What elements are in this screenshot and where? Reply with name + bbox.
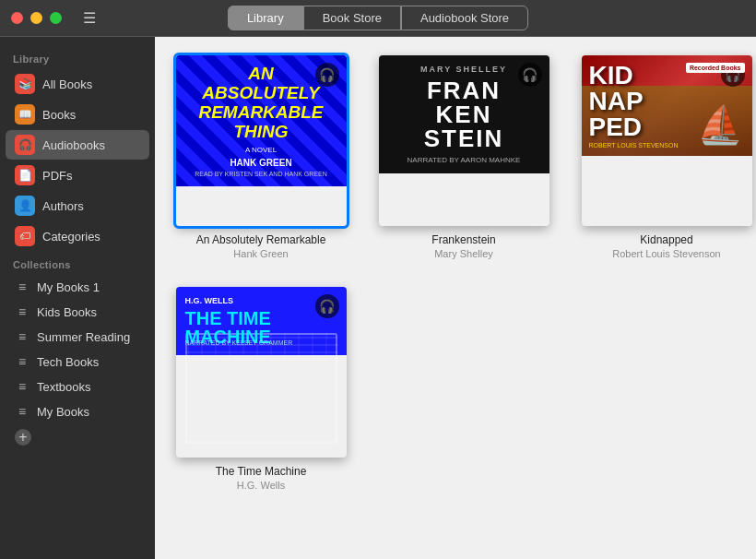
sidebar-label-authors: Authors [42, 199, 84, 213]
sidebar-label-categories: Categories [42, 230, 100, 244]
add-icon: + [15, 429, 31, 446]
cover-remarkable-sub-text: A NOVEL [245, 146, 277, 154]
maximize-button[interactable] [50, 12, 62, 24]
sidebar-label-my-books: My Books [37, 405, 89, 419]
cover-art-kidnapped: Recorded Books KIDNAPPED ROBERT LOUIS ST… [582, 55, 752, 156]
sidebar-item-audiobooks[interactable]: 🎧 Audiobooks [6, 130, 149, 160]
book-cover-wrapper-remarkable: ANABSOLUTELYREMARKABLETHING A NOVEL HANK… [176, 55, 347, 226]
kidnapped-title-text: KIDNAPPED [589, 63, 644, 140]
collections-section-label: Collections [0, 252, 155, 274]
sidebar: Library 📚 All Books 📖 Books 🎧 Audiobooks… [0, 37, 155, 559]
book-cover-wrapper-frankenstein: MARY SHELLEY FRANKENSTEIN NARRATED BY AA… [379, 55, 549, 226]
collection-list-icon: ≡ [15, 329, 30, 344]
hamburger-icon[interactable]: ☰ [83, 9, 96, 27]
close-button[interactable] [11, 12, 23, 24]
cover-remarkable-main-text: ANABSOLUTELYREMARKABLETHING [198, 65, 323, 142]
sidebar-label-audiobooks: Audiobooks [42, 138, 105, 152]
book-item-remarkable[interactable]: ANABSOLUTELYREMARKABLETHING A NOVEL HANK… [173, 55, 348, 259]
kidnapped-ship: ⛵ [697, 103, 743, 147]
frankenstein-title-text: FRANKENSTEIN [424, 78, 504, 150]
sidebar-item-textbooks[interactable]: ≡ Textbooks [6, 375, 149, 398]
audiobooks-icon: 🎧 [15, 135, 35, 155]
timemachine-author-text: H.G. WELLS [185, 296, 234, 305]
book-cover-wrapper-kidnapped: Recorded Books KIDNAPPED ROBERT LOUIS ST… [582, 55, 752, 226]
sidebar-item-my-books[interactable]: ≡ My Books [6, 399, 149, 423]
collection-list-icon: ≡ [15, 354, 30, 369]
sidebar-item-my-books-1[interactable]: ≡ My Books 1 [6, 275, 149, 299]
cover-remarkable-narrator: READ BY KRISTEN SEK AND HANK GREEN [195, 171, 326, 177]
book-author-frankenstein: Mary Shelley [434, 248, 493, 259]
kidnapped-logo: Recorded Books [686, 63, 745, 73]
collection-list-icon: ≡ [15, 304, 30, 319]
sidebar-item-authors[interactable]: 👤 Authors [6, 191, 149, 220]
allbooks-icon: 📚 [15, 74, 35, 94]
content-area: ANABSOLUTELYREMARKABLETHING A NOVEL HANK… [155, 37, 756, 559]
books-icon: 📖 [15, 104, 35, 125]
book-item-frankenstein[interactable]: MARY SHELLEY FRANKENSTEIN NARRATED BY AA… [376, 55, 551, 259]
headphone-badge-remarkable: 🎧 [315, 63, 339, 87]
book-item-kidnapped[interactable]: Recorded Books KIDNAPPED ROBERT LOUIS ST… [579, 55, 754, 259]
cover-art-remarkable: ANABSOLUTELYREMARKABLETHING A NOVEL HANK… [176, 55, 347, 186]
categories-icon: 🏷 [15, 226, 35, 246]
sidebar-label-my-books-1: My Books 1 [37, 280, 100, 294]
sidebar-label-books: Books [42, 108, 76, 122]
kidnapped-author-text: ROBERT LOUIS STEVENSON [589, 142, 679, 149]
tab-audiobookstore[interactable]: Audiobook Store [401, 6, 528, 30]
book-title-kidnapped: Kidnapped [640, 233, 692, 246]
book-cover-wrapper-timemachine: H.G. WELLS THE TIMEMACHINE NARRATED BY K… [176, 287, 347, 458]
timemachine-bg [185, 333, 337, 444]
collection-list-icon: ≡ [15, 404, 30, 419]
library-section-label: Library [0, 46, 155, 68]
sidebar-label-kids-books: Kids Books [37, 305, 97, 319]
main-layout: Library 📚 All Books 📖 Books 🎧 Audiobooks… [0, 37, 756, 559]
sidebar-item-all-books[interactable]: 📚 All Books [6, 69, 149, 99]
book-title-remarkable: An Absolutely Remarkable [196, 233, 326, 246]
sidebar-item-kids-books[interactable]: ≡ Kids Books [6, 300, 149, 324]
title-bar: ☰ Library Book Store Audiobook Store [0, 0, 756, 37]
book-title-timemachine: The Time Machine [216, 465, 307, 478]
sidebar-item-categories[interactable]: 🏷 Categories [6, 221, 149, 251]
sidebar-label-pdfs: PDFs [42, 169, 73, 183]
book-author-remarkable: Hank Green [233, 248, 288, 259]
book-item-timemachine[interactable]: H.G. WELLS THE TIMEMACHINE NARRATED BY K… [173, 287, 348, 491]
sidebar-label-textbooks: Textbooks [37, 380, 91, 394]
pdfs-icon: 📄 [15, 165, 35, 185]
collection-list-icon: ≡ [15, 280, 30, 294]
sidebar-item-pdfs[interactable]: 📄 PDFs [6, 161, 149, 190]
book-author-timemachine: H.G. Wells [237, 480, 285, 491]
book-title-frankenstein: Frankenstein [431, 233, 495, 246]
tab-group: Library Book Store Audiobook Store [228, 6, 528, 30]
sidebar-item-books[interactable]: 📖 Books [6, 100, 149, 129]
frankenstein-narrator: NARRATED BY AARON MAHNKE [408, 156, 521, 164]
authors-icon: 👤 [15, 196, 35, 216]
book-cover-remarkable: ANABSOLUTELYREMARKABLETHING A NOVEL HANK… [176, 55, 347, 226]
minimize-button[interactable] [30, 12, 42, 24]
add-collection-button[interactable]: + [6, 424, 48, 450]
books-grid: ANABSOLUTELYREMARKABLETHING A NOVEL HANK… [173, 55, 738, 491]
cover-remarkable-author-text: HANK GREEN [230, 158, 291, 168]
headphone-badge-frankenstein: 🎧 [518, 63, 542, 87]
headphone-badge-timemachine: 🎧 [315, 294, 339, 318]
frankenstein-shelley: MARY SHELLEY [420, 65, 507, 74]
collection-list-icon: ≡ [15, 379, 30, 394]
timemachine-narrator: NARRATED BY KELSEY GRAMMER [185, 339, 293, 346]
sidebar-label-tech-books: Tech Books [37, 355, 99, 369]
sidebar-item-tech-books[interactable]: ≡ Tech Books [6, 350, 149, 374]
traffic-lights [11, 12, 62, 24]
sidebar-item-summer-reading[interactable]: ≡ Summer Reading [6, 325, 149, 349]
tab-bookstore[interactable]: Book Store [303, 6, 401, 30]
sidebar-label-summer-reading: Summer Reading [37, 330, 130, 344]
sidebar-label-all-books: All Books [42, 77, 92, 91]
book-author-kidnapped: Robert Louis Stevenson [612, 248, 720, 259]
tab-library[interactable]: Library [228, 6, 303, 30]
